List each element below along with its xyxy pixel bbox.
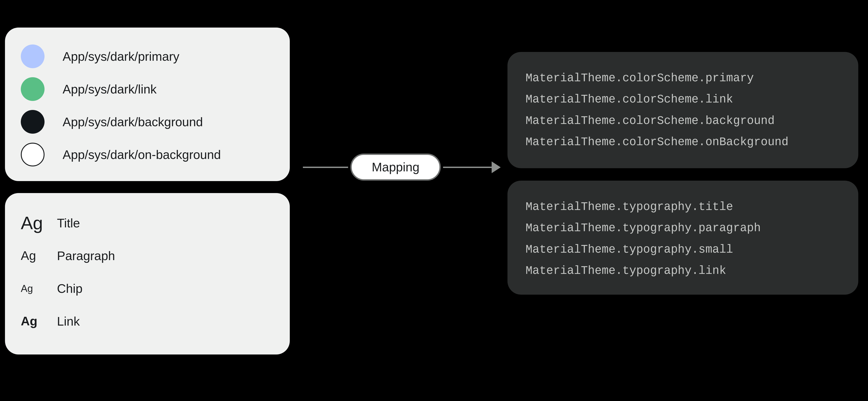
color-token-row: App/sys/dark/on-background (21, 138, 274, 171)
color-swatch-onbackground (21, 143, 44, 166)
typo-token-label: Paragraph (57, 248, 115, 263)
typo-token-label: Title (57, 216, 80, 230)
code-line: MaterialTheme.typography.title (526, 196, 840, 218)
typo-token-row: Ag Chip (21, 272, 274, 305)
typo-sample-link: Ag (21, 315, 50, 327)
code-card-color-scheme: MaterialTheme.colorScheme.primary Materi… (507, 52, 858, 168)
design-tokens-typography-card: Ag Title Ag Paragraph Ag Chip Ag Link (5, 193, 290, 355)
typo-token-row: Ag Paragraph (21, 239, 274, 272)
typo-token-row: Ag Link (21, 305, 274, 338)
typo-sample-chip: Ag (21, 283, 50, 294)
code-card-typography: MaterialTheme.typography.title MaterialT… (507, 180, 858, 295)
color-swatch-primary (21, 44, 44, 68)
code-line: MaterialTheme.colorScheme.primary (526, 68, 840, 89)
mapping-pill: Mapping (350, 154, 441, 180)
code-line: MaterialTheme.colorScheme.onBackground (526, 132, 840, 153)
code-line: MaterialTheme.colorScheme.background (526, 110, 840, 132)
typo-token-label: Link (57, 314, 80, 329)
typo-sample-title: Ag (21, 214, 50, 232)
color-token-row: App/sys/dark/primary (21, 40, 274, 73)
design-tokens-colors-card: App/sys/dark/primary App/sys/dark/link A… (5, 28, 290, 181)
code-line: MaterialTheme.typography.small (526, 239, 840, 260)
typo-sample-paragraph: Ag (21, 249, 50, 262)
typo-token-label: Chip (57, 281, 83, 296)
typo-token-row: Ag Title (21, 207, 274, 239)
arrow-head-icon (492, 161, 501, 173)
code-line: MaterialTheme.colorScheme.link (526, 89, 840, 110)
mapping-arrow: Mapping (303, 151, 500, 183)
color-token-label: App/sys/dark/on-background (63, 147, 221, 162)
color-token-row: App/sys/dark/link (21, 73, 274, 105)
color-token-label: App/sys/dark/background (63, 115, 203, 129)
color-token-row: App/sys/dark/background (21, 105, 274, 138)
code-line: MaterialTheme.typography.paragraph (526, 218, 840, 239)
color-token-label: App/sys/dark/link (63, 82, 157, 96)
color-swatch-link (21, 77, 44, 101)
code-line: MaterialTheme.typography.link (526, 260, 840, 281)
color-token-label: App/sys/dark/primary (63, 49, 180, 64)
arrow-line-icon (443, 167, 493, 168)
arrow-line-icon (303, 167, 348, 168)
color-swatch-background (21, 110, 44, 134)
